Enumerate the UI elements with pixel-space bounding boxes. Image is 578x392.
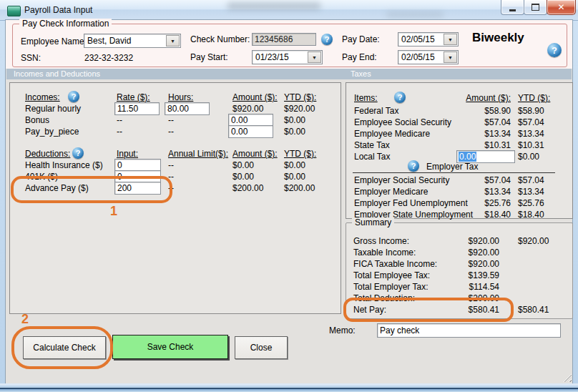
tax-row: Employee Medicare $13.34 $13.34 [346,129,572,140]
tax-label: Local Tax [354,152,390,162]
chevron-down-icon[interactable]: ▼ [444,52,457,63]
pay-start-value: 01/23/15 [255,52,289,62]
tax-row: Federal Tax $58.90 $58.90 [346,106,572,117]
employee-name-select[interactable]: Best, David ▼ [84,34,181,48]
window-title: Payroll Data Input [24,5,92,15]
deduction-label: Health Insurance ($) [25,160,103,170]
deduction-label: 401K ($) [25,172,58,182]
tax-amount: $57.04 [465,117,511,127]
help-icon[interactable]: ? [394,92,406,103]
background-blur [386,11,444,18]
piece-amount-input[interactable] [228,125,273,138]
summary-amount: $920.00 [454,259,499,269]
deduction-row: Health Insurance ($) -- $0.00 $0.00 [10,160,341,172]
tax-amount: $10.31 [465,140,511,150]
income-row: Pay_by_piece -- -- $0.00 [10,127,341,138]
summary-row-net-pay: Net Pay: $580.41 $580.41 [346,305,572,316]
col-amount: Amount ($): [232,92,278,102]
taxes-panel: Items: Amount ($): YTD ($): ? Federal Ta… [346,82,573,219]
tax-ytd: $57.04 [518,117,544,127]
pay-end-select[interactable]: 02/05/15 ▼ [398,50,459,64]
title-bar: Payroll Data Input [0,0,578,21]
deduction-label: Advance Pay ($) [25,183,89,193]
col-amount: Amount ($): [232,149,278,159]
summary-label: Gross Income: [353,236,409,246]
close-window-button[interactable]: ✕ [547,0,576,15]
income-ytd: $0.00 [284,115,305,125]
tax-amount: $25.76 [465,198,511,208]
help-icon[interactable]: ? [72,147,84,159]
pay-date-value: 02/05/15 [401,34,435,44]
tax-amount: $18.40 [465,210,511,220]
summary-amount: $200.00 [454,293,499,303]
tax-label: Employee Medicare [354,129,430,139]
summary-row: Total Employee Tax: $139.59 [346,270,572,282]
pay-date-label: Pay Date: [342,34,380,44]
pay-end-value: 02/05/15 [401,52,435,62]
deduction-ytd: $0.00 [284,160,305,170]
help-icon[interactable]: ? [68,91,79,102]
taxes-header: Taxes [351,69,371,78]
help-icon[interactable]: ? [547,43,562,57]
col-ytd: YTD ($): [284,92,316,102]
income-row: Bonus -- -- $0.00 [10,115,341,127]
chevron-down-icon[interactable]: ▼ [166,35,180,46]
summary-amount: $920.00 [454,236,499,246]
rate-input[interactable] [114,102,160,115]
summary-label: Total Deduction: [353,293,415,303]
summary-label: Total Employee Tax: [353,270,430,280]
tax-amount: $13.34 [465,129,511,139]
tax-label: State Tax [354,140,390,150]
employer-tax-header: Employer Tax [426,162,478,172]
pay-frequency-label: Biweekly [472,33,524,43]
ssn-label: SSN: [21,53,41,63]
summary-amount: $139.59 [454,270,499,280]
income-ytd: $0.00 [284,127,305,137]
chevron-down-icon[interactable]: ▼ [308,52,321,63]
tax-ytd: $18.40 [518,210,544,220]
income-label: Regular hourly [25,104,81,114]
chevron-down-icon[interactable]: ▼ [444,34,457,45]
advance-pay-input[interactable] [114,182,161,195]
deductions-title: Deductions: [25,149,70,159]
tax-label: Federal Tax [354,106,398,116]
deduction-ytd: $200.00 [284,183,315,193]
pay-start-select[interactable]: 01/23/15 ▼ [252,50,323,64]
memo-input[interactable] [377,323,561,338]
summary-row: Total Employer Tax: $114.54 [346,282,572,293]
income-ytd: $920.00 [284,104,315,114]
items-title: Items: [354,93,378,103]
summary-groupbox: Summary Gross Income: $920.00 $920.00 Ta… [346,222,573,319]
tax-ytd: $25.76 [518,198,544,208]
tax-ytd: $10.31 [518,140,544,150]
summary-row: Taxable Income: $920.00 [346,248,572,259]
app-icon [7,6,21,16]
maximize-button[interactable] [524,0,547,15]
summary-amount: $920.00 [454,248,499,258]
memo-label: Memo: [329,325,356,335]
annotation-step-1: 1 [110,204,117,219]
tax-row: Employer Social Security $57.04 $57.04 [346,175,572,187]
annotation-step-2: 2 [21,312,29,327]
check-number-field[interactable] [252,33,316,46]
background-blur [227,2,320,10]
summary-row: FICA Taxable Income: $920.00 [346,259,572,270]
close-icon: ✕ [557,2,564,12]
col-ytd: YTD ($): [284,149,316,159]
taxes-header-row: Items: Amount ($): YTD ($): [346,93,572,104]
col-input: Input: [117,149,138,159]
help-icon[interactable]: ? [321,34,333,45]
pay-date-select[interactable]: 02/05/15 ▼ [398,32,459,46]
help-icon[interactable]: ? [408,160,419,172]
income-label: Bonus [25,115,49,125]
col-amount: Amount ($): [458,93,511,103]
summary-label: Taxable Income: [353,248,416,258]
save-check-button[interactable]: Save Check [112,335,228,359]
close-button[interactable]: Close [235,336,288,359]
hours-input[interactable] [165,102,210,115]
payroll-window: Payroll Data Input ✕ Pay Check Informati… [0,0,578,392]
calculate-check-button[interactable]: Calculate Check [23,336,106,359]
tax-amount: $13.34 [465,187,511,197]
summary-label: Net Pay: [353,305,386,315]
minimize-button[interactable] [501,0,524,15]
